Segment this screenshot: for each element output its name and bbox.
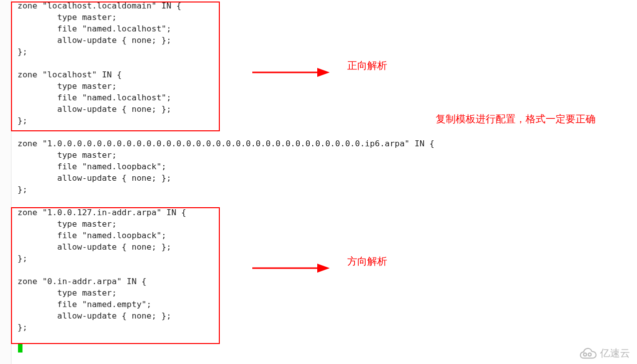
page-root: zone "localhost.localdomain" IN { type m…: [0, 0, 637, 364]
annotation-reverse: 方向解析: [347, 255, 387, 268]
annotation-template-note: 复制模板进行配置，格式一定要正确: [436, 112, 596, 126]
highlight-box-forward: [11, 1, 220, 131]
arrow-icon: [252, 66, 330, 78]
watermark-text: 亿速云: [600, 347, 630, 360]
text-cursor: [18, 344, 22, 353]
editor-gutter: [0, 0, 11, 364]
highlight-box-reverse: [11, 207, 220, 344]
svg-marker-3: [317, 264, 330, 273]
watermark: 亿速云: [577, 347, 630, 360]
cloud-logo-icon: [577, 348, 597, 360]
svg-point-4: [584, 353, 587, 356]
svg-point-5: [588, 353, 591, 356]
arrow-icon: [252, 262, 330, 274]
svg-marker-1: [317, 68, 330, 77]
annotation-forward: 正向解析: [347, 59, 387, 72]
